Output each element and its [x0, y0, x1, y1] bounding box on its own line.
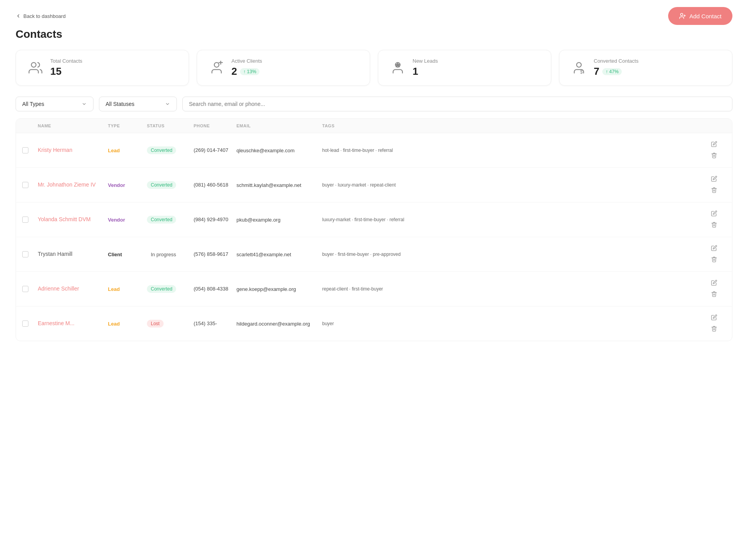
delete-button[interactable] — [710, 325, 718, 334]
converted-contacts-label: Converted Contacts — [594, 58, 639, 64]
back-label: Back to dashboard — [23, 13, 65, 19]
svg-point-9 — [577, 63, 581, 67]
edit-button[interactable] — [710, 313, 718, 322]
delete-button[interactable] — [710, 221, 718, 230]
contact-name[interactable]: Adrienne Schiller — [38, 285, 108, 293]
contact-email: gene.koepp@example.org — [236, 286, 322, 292]
contact-status: Converted — [147, 216, 194, 224]
col-email: EMAIL — [236, 123, 322, 128]
contact-type: Lead — [108, 148, 147, 153]
table-row: Adrienne Schiller Lead Converted (054) 8… — [16, 272, 732, 306]
contact-tags: buyer — [322, 321, 702, 326]
col-type: TYPE — [108, 123, 147, 128]
new-leads-value: 1 — [413, 65, 418, 77]
contact-tags: buyer · luxury-market · repeat-client — [322, 182, 702, 188]
contact-email: pkub@example.org — [236, 217, 322, 223]
row-actions — [702, 140, 726, 160]
table-row: Trystan Hamill Client In progress (576) … — [16, 237, 732, 272]
row-checkbox[interactable] — [22, 217, 38, 223]
contact-email: scarlett41@example.net — [236, 252, 322, 257]
col-tags: TAGS — [322, 123, 702, 128]
active-clients-label: Active Clients — [231, 58, 262, 64]
contact-type: Client — [108, 252, 147, 257]
contact-tags: luxury-market · first-time-buyer · refer… — [322, 217, 702, 222]
trash-icon — [711, 291, 717, 297]
row-checkbox[interactable] — [22, 286, 38, 292]
chevron-left-icon — [16, 13, 21, 19]
edit-button[interactable] — [710, 279, 718, 288]
user-star-icon — [389, 59, 406, 76]
trash-icon — [711, 326, 717, 332]
user-plus-icon — [208, 59, 225, 76]
table-row: Yolanda Schmitt DVM Vendor Converted (98… — [16, 203, 732, 237]
table-row: Earnestine M... Lead Lost (154) 335- hil… — [16, 306, 732, 341]
svg-point-3 — [32, 63, 36, 67]
contact-status: In progress — [147, 250, 194, 259]
row-actions — [702, 210, 726, 230]
add-contact-button[interactable]: Add Contact — [668, 7, 732, 25]
contact-tags: buyer · first-time-buyer · pre-approved — [322, 252, 702, 257]
row-actions — [702, 175, 726, 195]
edit-icon — [711, 280, 717, 286]
contact-name[interactable]: Mr. Johnathon Zieme IV — [38, 181, 108, 189]
total-contacts-value: 15 — [50, 65, 62, 77]
edit-icon — [711, 210, 717, 217]
col-phone: PHONE — [194, 123, 236, 128]
page-title: Contacts — [0, 25, 748, 50]
contact-name[interactable]: Trystan Hamill — [38, 250, 108, 258]
edit-button[interactable] — [710, 210, 718, 218]
contact-type: Vendor — [108, 182, 147, 188]
type-filter[interactable]: All Types — [16, 97, 94, 111]
col-status: STATUS — [147, 123, 194, 128]
edit-icon — [711, 245, 717, 251]
filters-row: All Types All Statuses — [16, 97, 732, 111]
add-contact-icon — [679, 12, 686, 19]
contact-type: Vendor — [108, 217, 147, 223]
new-leads-label: New Leads — [413, 58, 438, 64]
delete-button[interactable] — [710, 255, 718, 264]
delete-button[interactable] — [710, 151, 718, 160]
row-actions — [702, 244, 726, 264]
row-checkbox[interactable] — [22, 182, 38, 188]
contact-status: Converted — [147, 285, 194, 293]
edit-button[interactable] — [710, 244, 718, 253]
contact-name[interactable]: Kristy Herman — [38, 146, 108, 154]
contact-name[interactable]: Yolanda Schmitt DVM — [38, 216, 108, 224]
stats-row: Total Contacts 15 Active Clients 2 ↑ 13% — [16, 50, 732, 86]
edit-button[interactable] — [710, 140, 718, 149]
contact-type: Lead — [108, 321, 147, 327]
edit-icon — [711, 141, 717, 147]
contact-phone: (054) 808-4338 — [194, 285, 236, 293]
contact-type: Lead — [108, 286, 147, 292]
table-header: NAME TYPE STATUS PHONE EMAIL TAGS — [16, 119, 732, 133]
edit-button[interactable] — [710, 175, 718, 184]
delete-button[interactable] — [710, 186, 718, 195]
trash-icon — [711, 222, 717, 228]
status-filter[interactable]: All Statuses — [99, 97, 177, 111]
edit-icon — [711, 176, 717, 182]
row-actions — [702, 279, 726, 299]
row-actions — [702, 313, 726, 334]
active-clients-badge: ↑ 13% — [240, 68, 259, 75]
row-checkbox[interactable] — [22, 251, 38, 257]
delete-button[interactable] — [710, 290, 718, 299]
stat-card-new-leads: New Leads 1 — [378, 50, 551, 86]
svg-point-0 — [681, 13, 683, 16]
back-to-dashboard-link[interactable]: Back to dashboard — [16, 13, 65, 19]
row-checkbox[interactable] — [22, 321, 38, 327]
contacts-table: NAME TYPE STATUS PHONE EMAIL TAGS Kristy… — [16, 118, 732, 341]
stat-card-converted-contacts: $ Converted Contacts 7 ↑ 47% — [559, 50, 732, 86]
type-filter-label: All Types — [22, 101, 44, 107]
contact-email: qleuschke@example.com — [236, 148, 322, 153]
table-row: Kristy Herman Lead Converted (269) 014-7… — [16, 133, 732, 168]
contact-status: Lost — [147, 320, 194, 328]
table-row: Mr. Johnathon Zieme IV Vendor Converted … — [16, 168, 732, 203]
search-input[interactable] — [182, 97, 732, 111]
contact-tags: repeat-client · first-time-buyer — [322, 286, 702, 292]
chevron-down-icon — [81, 101, 87, 107]
contact-name[interactable]: Earnestine M... — [38, 320, 108, 328]
status-filter-label: All Statuses — [106, 101, 134, 107]
row-checkbox[interactable] — [22, 147, 38, 153]
contact-phone: (269) 014-7407 — [194, 146, 236, 154]
stat-card-active-clients: Active Clients 2 ↑ 13% — [197, 50, 370, 86]
